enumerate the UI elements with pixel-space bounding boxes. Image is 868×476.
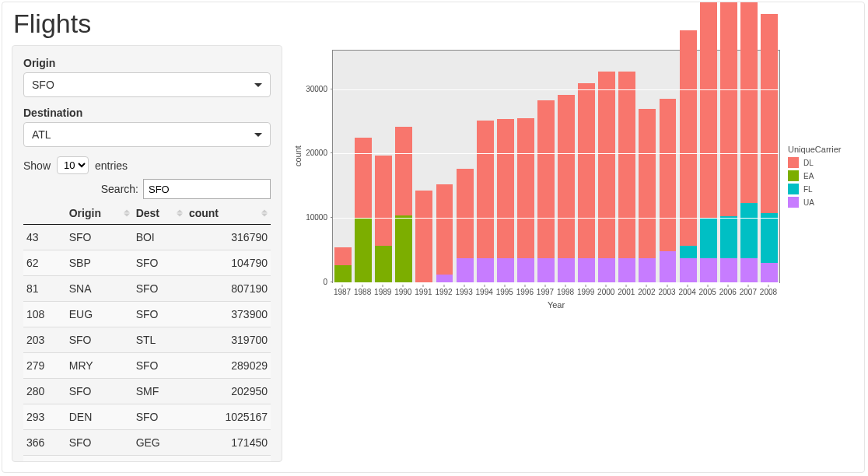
cell-count: 104790 (186, 250, 271, 276)
table-row[interactable]: 81SNASFO807190 (23, 276, 271, 302)
cell-dest: SFO (133, 404, 186, 430)
x-tick-label: 2000 (597, 288, 614, 296)
x-tick-label: 2002 (638, 288, 655, 296)
bar-segment-DL (355, 138, 372, 218)
origin-value: SFO (32, 79, 54, 91)
bar (334, 247, 352, 282)
table-row[interactable]: 108EUGSFO373900 (23, 302, 271, 327)
table-row[interactable]: 43SFOBOI316790 (23, 225, 271, 250)
destination-select[interactable]: ATL (23, 122, 271, 147)
bar-segment-EA (395, 215, 412, 282)
bar (355, 138, 372, 282)
bar (517, 118, 534, 282)
cell-index: 280 (23, 379, 66, 404)
bar-segment-DL (680, 30, 697, 246)
table-length-control: Show 10 entries (23, 156, 271, 174)
table-row[interactable]: 366SFOGEG171450 (23, 430, 271, 456)
bar-segment-UA (720, 258, 737, 282)
cell-origin: MRY (66, 353, 133, 379)
cell-dest: SFO (133, 353, 186, 379)
bar-segment-UA (436, 275, 453, 282)
table-row[interactable]: 203SFOSTL319700 (23, 327, 271, 353)
bar (375, 156, 392, 282)
bar-segment-DL (517, 118, 534, 258)
cell-index: 366 (23, 430, 66, 456)
cell-index: 81 (23, 276, 66, 302)
sidebar-panel: Origin SFO Destination ATL Show 10 entri… (12, 45, 282, 462)
bar (680, 30, 697, 282)
table-row[interactable]: 378SFOMRY288150 (23, 456, 271, 463)
x-tick-label: 2005 (699, 288, 716, 296)
bar-segment-DL (639, 109, 656, 258)
legend-label: DL (803, 159, 814, 167)
destination-label: Destination (23, 107, 271, 119)
bar (598, 72, 615, 282)
bar-segment-DL (375, 156, 392, 246)
bar-segment-DL (477, 121, 494, 258)
bar (395, 127, 412, 282)
y-tick-label: 20000 (306, 149, 327, 157)
bar-segment-UA (680, 258, 697, 282)
legend-swatch (788, 184, 799, 194)
bar (618, 72, 635, 283)
bar (578, 83, 595, 282)
col-dest[interactable]: Dest (133, 202, 186, 225)
show-text: Show (23, 159, 51, 172)
x-tick-label: 2006 (719, 288, 737, 296)
bar-segment-FL (700, 219, 717, 258)
cell-count: 807190 (186, 276, 271, 302)
legend-title: UniqueCarrier (788, 145, 841, 154)
bar (415, 191, 432, 282)
legend-swatch (788, 197, 799, 208)
table-row[interactable]: 293DENSFO1025167 (23, 404, 271, 430)
destination-value: ATL (32, 128, 51, 141)
bar-segment-FL (761, 213, 778, 263)
bar-segment-UA (740, 258, 758, 282)
bar-segment-UA (558, 258, 575, 282)
x-tick-label: 2001 (618, 288, 635, 296)
x-tick-label: 1987 (334, 288, 351, 296)
x-tick-label: 1994 (476, 288, 493, 296)
table-row[interactable]: 279MRYSFO289029 (23, 353, 271, 379)
bar-segment-FL (680, 246, 697, 259)
bar-segment-UA (660, 251, 677, 282)
bar (457, 169, 474, 282)
cell-index: 378 (23, 456, 66, 463)
bar-segment-EA (375, 246, 392, 282)
col-origin[interactable]: Origin (66, 202, 133, 225)
bar-segment-UA (700, 258, 717, 282)
origin-select[interactable]: SFO (23, 72, 271, 97)
x-tick-label: 1990 (394, 288, 411, 296)
bar-segment-UA (618, 258, 635, 282)
table-search: Search: (23, 179, 271, 199)
col-count[interactable]: count (186, 202, 271, 225)
bar-segment-UA (598, 258, 615, 282)
results-table: Origin Dest count 43SFOBOI31679062SBPSFO… (23, 202, 271, 462)
bar-segment-FL (720, 216, 737, 259)
cell-dest: SFO (133, 250, 186, 276)
cell-origin: SFO (66, 456, 133, 463)
cell-count: 202950 (186, 379, 271, 404)
x-tick-label: 1995 (496, 288, 513, 296)
x-tick-label: 2008 (760, 288, 777, 296)
search-input[interactable] (143, 179, 271, 199)
y-tick-label: 0 (323, 278, 327, 286)
cell-count: 289029 (186, 353, 271, 379)
x-tick-label: 1989 (374, 288, 391, 296)
legend: UniqueCarrier DLEAFLUA (788, 145, 841, 210)
legend-item-UA: UA (788, 197, 841, 208)
cell-dest: SFO (133, 276, 186, 302)
x-tick-label: 1992 (435, 288, 452, 296)
bar-segment-DL (537, 100, 555, 259)
bar-segment-DL (457, 169, 474, 258)
cell-dest: SMF (133, 379, 186, 404)
cell-count: 171450 (186, 430, 271, 456)
page-length-select[interactable]: 10 (57, 156, 89, 174)
table-row[interactable]: 62SBPSFO104790 (23, 250, 271, 276)
cell-dest: GEG (133, 430, 186, 456)
bar-segment-DL (558, 95, 575, 258)
legend-item-DL: DL (788, 157, 841, 168)
bar-segment-UA (477, 258, 494, 282)
col-index[interactable] (23, 202, 66, 225)
table-row[interactable]: 280SFOSMF202950 (23, 379, 271, 404)
